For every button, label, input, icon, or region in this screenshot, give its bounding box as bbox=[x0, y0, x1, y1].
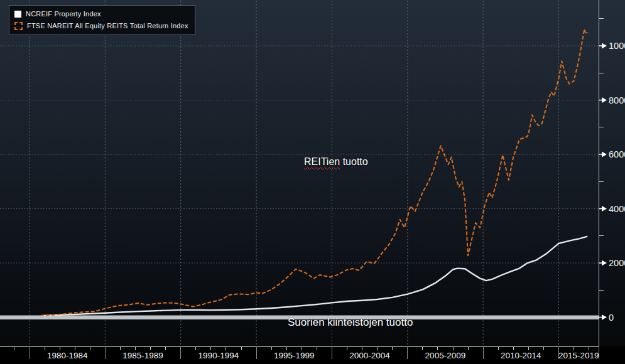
y-tick-arrow-icon bbox=[602, 43, 607, 49]
x-axis-label: 1980-1984 bbox=[47, 351, 88, 360]
nareit-reit-line bbox=[40, 29, 587, 316]
legend-item-nareit: FTSE NAREIT All Equity REITS Total Retur… bbox=[14, 21, 188, 31]
y-tick-label: 8000 bbox=[609, 95, 625, 105]
legend-label-ncreif: NCREIF Property Index bbox=[26, 10, 101, 18]
y-tick-arrow-icon bbox=[602, 97, 607, 103]
spellcheck-underlined-word: REITien bbox=[304, 156, 340, 167]
price-chart: 1980-19841985-19891990-19941995-19992000… bbox=[0, 0, 625, 364]
annotation-reit-rest: tuotto bbox=[340, 156, 367, 167]
x-axis-label: 2010-2014 bbox=[501, 351, 541, 360]
y-tick-arrow-icon bbox=[602, 260, 607, 266]
y-tick-label: 4000 bbox=[609, 204, 625, 214]
y-tick-label: 10000 bbox=[609, 41, 625, 51]
annotation-reit-return: REITien tuotto bbox=[304, 156, 368, 168]
x-axis-label: 1990-1994 bbox=[198, 351, 239, 360]
y-tick-arrow-icon bbox=[602, 152, 607, 158]
ncreif-property-line bbox=[40, 237, 587, 316]
x-axis-label: 1995-1999 bbox=[274, 351, 315, 360]
legend-item-ncreif: NCREIF Property Index bbox=[14, 9, 188, 19]
x-axis-label: 2005-2009 bbox=[425, 351, 466, 360]
y-tick-label: 2000 bbox=[609, 258, 625, 268]
y-tick-arrow-icon bbox=[602, 314, 607, 320]
chart-legend: NCREIF Property Index FTSE NAREIT All Eq… bbox=[9, 5, 195, 35]
ncreif-swatch-icon bbox=[14, 11, 21, 18]
y-tick-label: 6000 bbox=[609, 149, 625, 159]
x-axis-label: 1985-1989 bbox=[122, 351, 163, 360]
y-tick-label: 0 bbox=[609, 313, 614, 323]
y-tick-arrow-icon bbox=[602, 206, 607, 211]
annotation-direct-property-return: Suorien kiinteistöjen tuotto bbox=[288, 316, 413, 329]
nareit-swatch-icon bbox=[14, 22, 23, 30]
terminal-chart-frame: 1980-19841985-19891990-19941995-19992000… bbox=[0, 0, 625, 364]
legend-label-nareit: FTSE NAREIT All Equity REITS Total Retur… bbox=[27, 22, 188, 29]
x-axis-label: 2000-2004 bbox=[349, 351, 390, 360]
x-axis-label: 2015-2019 bbox=[558, 351, 599, 360]
